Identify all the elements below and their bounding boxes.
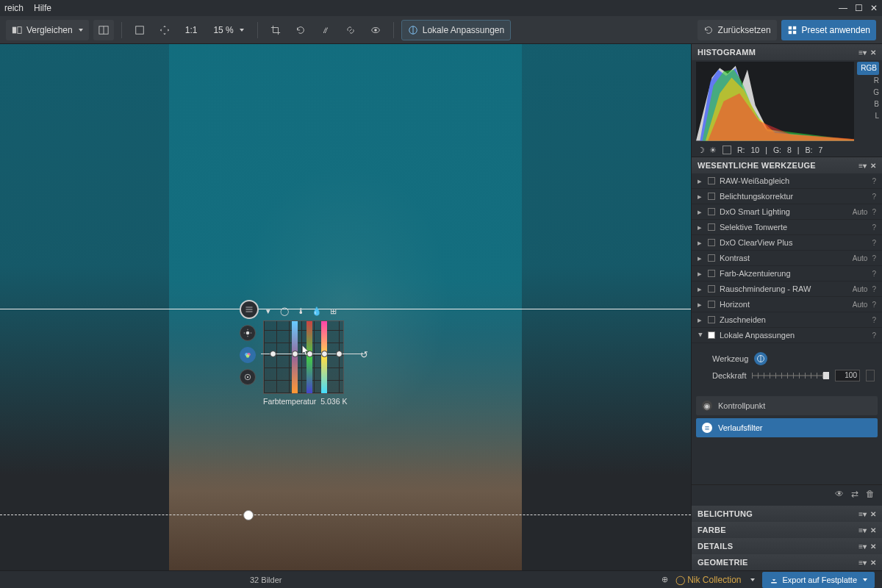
menu-icon[interactable]: ≡▾ <box>858 526 867 534</box>
preset-apply-button[interactable]: Preset anwenden <box>781 20 876 40</box>
tool-row[interactable]: ▸DxO Smart LightingAuto? <box>692 204 882 220</box>
tool-local-adjustments[interactable]: ▸ Lokale Anpassungen ? <box>692 328 882 343</box>
gradient-filter-icon[interactable] <box>754 352 767 365</box>
tool-equalizer-button[interactable] <box>240 300 259 319</box>
tool-color-button[interactable] <box>240 347 256 363</box>
help-icon[interactable]: ? <box>872 177 876 185</box>
group-header[interactable]: BELICHTUNG≡▾✕ <box>692 506 882 522</box>
opacity-spinner[interactable] <box>866 370 875 381</box>
preview-button[interactable] <box>365 20 386 40</box>
horizon-button[interactable]: ⫽ <box>315 20 336 40</box>
window-maximize-icon[interactable]: ☐ <box>855 3 863 13</box>
close-icon[interactable]: ✕ <box>870 526 876 534</box>
tool-light-button[interactable] <box>240 325 256 341</box>
zoom-ratio-button[interactable]: 1:1 <box>179 20 204 40</box>
mask-item-verlaufsfilter[interactable]: ≡ Verlaufsfilter <box>696 418 878 437</box>
circle-icon[interactable]: ◯ <box>279 306 290 316</box>
rotate-button[interactable] <box>290 20 311 40</box>
group-header[interactable]: GEOMETRIE≡▾✕ <box>692 554 882 570</box>
enable-checkbox[interactable] <box>708 223 715 231</box>
histogram-header[interactable]: HISTOGRAMM ≡▾✕ <box>692 44 882 60</box>
tool-row[interactable]: ▸Selektive Tonwerte? <box>692 220 882 235</box>
help-icon[interactable]: ? <box>872 223 876 232</box>
link-button[interactable] <box>340 20 361 40</box>
auto-label[interactable]: Auto <box>853 208 868 216</box>
thermometer-icon[interactable]: 🌡 <box>295 306 306 316</box>
window-minimize-icon[interactable]: — <box>839 3 847 13</box>
window-close-icon[interactable]: ✕ <box>870 3 878 13</box>
close-icon[interactable]: ✕ <box>870 542 876 551</box>
enable-checkbox[interactable] <box>708 254 715 262</box>
drop-icon[interactable]: 💧 <box>312 306 322 316</box>
help-icon[interactable]: ? <box>872 239 876 247</box>
essential-tools-header[interactable]: WESENTLICHE WERKZEUGE ≡▾✕ <box>692 157 882 173</box>
group-header[interactable]: DETAILS≡▾✕ <box>692 538 882 554</box>
mask-item-kontrollpunkt[interactable]: ◉ Kontrollpunkt <box>696 396 878 415</box>
tool-detail-button[interactable] <box>240 369 256 385</box>
tool-row[interactable]: ▸Zuschneiden? <box>692 312 882 328</box>
help-icon[interactable]: ? <box>872 331 876 340</box>
enable-checkbox[interactable] <box>708 301 715 308</box>
move-button[interactable] <box>154 20 175 40</box>
enable-checkbox[interactable] <box>708 316 715 323</box>
menu-help[interactable]: Hilfe <box>34 3 51 13</box>
menu-icon[interactable]: ≡▾ <box>858 49 867 57</box>
help-icon[interactable]: ? <box>872 270 876 278</box>
sun-icon[interactable]: ☀ <box>709 146 717 154</box>
trash-icon[interactable]: 🗑 <box>866 489 875 499</box>
tool-row[interactable]: ▸Farb-Akzentuierung? <box>692 266 882 282</box>
menu-icon[interactable]: ≡▾ <box>858 559 867 567</box>
opacity-value[interactable]: 100 <box>835 370 860 381</box>
enable-checkbox[interactable] <box>708 270 715 277</box>
help-icon[interactable]: ? <box>872 285 876 293</box>
gradient-handle-bottom[interactable] <box>243 510 254 520</box>
temperature-grid[interactable]: ↺ <box>263 320 344 394</box>
tool-row[interactable]: ▸HorizontAuto? <box>692 297 882 312</box>
help-icon[interactable]: ? <box>872 208 876 216</box>
group-header[interactable]: FARBE≡▾✕ <box>692 522 882 538</box>
enable-checkbox[interactable] <box>708 208 715 215</box>
target-icon[interactable]: ⊕ <box>662 575 668 584</box>
tool-row[interactable]: ▸KontrastAuto? <box>692 251 882 266</box>
hist-tab-b[interactable]: B <box>857 98 879 110</box>
local-adjustments-button[interactable]: Lokale Anpassungen <box>401 20 511 40</box>
compare-button[interactable]: Vergleichen <box>6 20 89 40</box>
export-button[interactable]: Export auf Festplatte <box>762 572 875 588</box>
hist-tab-g[interactable]: G <box>857 87 879 98</box>
moon-icon[interactable]: ☽ <box>698 146 705 154</box>
menu-icon[interactable]: ≡▾ <box>858 162 867 170</box>
enable-checkbox[interactable] <box>708 285 715 293</box>
reset-button[interactable]: Zurücksetzen <box>698 20 777 40</box>
swap-icon[interactable]: ⇄ <box>851 489 858 499</box>
menu-icon[interactable]: ≡▾ <box>858 510 867 518</box>
auto-label[interactable]: Auto <box>853 285 868 293</box>
tool-row[interactable]: ▸Belichtungskorrektur? <box>692 189 882 204</box>
fit-button[interactable] <box>129 20 150 40</box>
marker-icon[interactable]: ▾ <box>263 306 273 316</box>
gradient-line-bottom[interactable] <box>0 514 691 515</box>
enable-checkbox[interactable] <box>708 193 715 200</box>
enable-checkbox[interactable] <box>708 177 715 184</box>
close-icon[interactable]: ✕ <box>870 559 876 567</box>
zoom-pct-dropdown[interactable]: 15 % <box>207 20 249 40</box>
auto-label[interactable]: Auto <box>853 254 868 262</box>
crop-button[interactable] <box>265 20 286 40</box>
tool-row[interactable]: ▸RAW-Weißabgleich? <box>692 173 882 189</box>
enable-checkbox[interactable] <box>708 331 715 339</box>
help-icon[interactable]: ? <box>872 301 876 309</box>
hist-tab-rgb[interactable]: RGB <box>857 62 879 75</box>
hist-tab-r[interactable]: R <box>857 75 879 87</box>
opacity-slider[interactable] <box>752 375 829 376</box>
close-icon[interactable]: ✕ <box>870 49 876 57</box>
hist-tab-l[interactable]: L <box>857 110 879 122</box>
enable-checkbox[interactable] <box>708 239 715 246</box>
panel-collapse-handle[interactable] <box>691 307 692 329</box>
split-view-button[interactable] <box>93 20 114 40</box>
menu-icon[interactable]: ≡▾ <box>858 542 867 551</box>
help-icon[interactable]: ? <box>872 254 876 262</box>
menu-area[interactable]: reich <box>4 3 24 13</box>
reset-icon[interactable]: ↺ <box>360 349 368 360</box>
nik-collection-button[interactable]: ◯ Nik Collection <box>675 575 742 585</box>
close-icon[interactable]: ✕ <box>870 162 876 170</box>
tool-row[interactable]: ▸Rauschminderung - RAWAuto? <box>692 282 882 297</box>
